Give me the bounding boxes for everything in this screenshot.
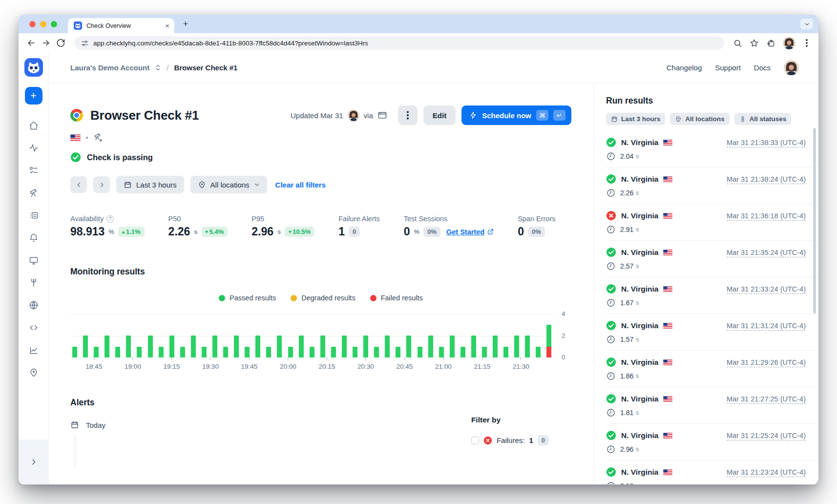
run-result-item[interactable]: N. Virginia Mar 31 21:35:24 (UTC-4) 2.57… xyxy=(606,241,818,277)
next-window-button[interactable] xyxy=(93,176,110,193)
run-result-item[interactable]: N. Virginia Mar 31 21:38:24 (UTC-4) 2.26… xyxy=(606,168,818,204)
tune-icon[interactable] xyxy=(81,40,88,47)
forward-icon[interactable] xyxy=(41,38,51,48)
chart-bar[interactable] xyxy=(180,347,185,357)
checkly-logo[interactable] xyxy=(24,58,43,77)
chart-bar[interactable] xyxy=(115,347,120,357)
chart-bar[interactable] xyxy=(385,336,390,357)
analytics-icon[interactable] xyxy=(29,345,39,355)
chart-bar[interactable] xyxy=(331,347,336,357)
account-switcher[interactable]: Laura's Demo Account xyxy=(70,63,149,72)
chart-bar[interactable] xyxy=(374,347,379,357)
time-range-filter[interactable]: Last 3 hours xyxy=(116,176,184,193)
globe-icon[interactable] xyxy=(29,300,39,310)
zoom-icon[interactable] xyxy=(733,39,742,48)
chart-bar[interactable] xyxy=(310,347,314,357)
chart-bar[interactable] xyxy=(450,336,455,357)
home-icon[interactable] xyxy=(29,121,39,130)
chart-bar[interactable] xyxy=(503,347,508,357)
run-result-item[interactable]: N. Virginia Mar 31 21:29:26 (UTC-4) 1.86… xyxy=(606,351,818,387)
help-icon[interactable]: ? xyxy=(106,215,114,223)
run-result-item[interactable]: N. Virginia Mar 31 21:33:24 (UTC-4) 1.67… xyxy=(606,277,818,314)
chart-bar[interactable] xyxy=(234,336,239,357)
chart-bar[interactable] xyxy=(105,336,109,357)
run-result-item[interactable]: N. Virginia Mar 31 21:36:18 (UTC-4) 2.91… xyxy=(606,204,818,241)
browser-menu-icon[interactable] xyxy=(806,42,808,44)
get-started-link[interactable]: Get Started xyxy=(446,228,494,236)
chart-bar[interactable] xyxy=(418,347,422,357)
tab-strip-chevron-icon[interactable] xyxy=(800,19,813,29)
chart-bar[interactable] xyxy=(471,336,476,357)
bell-icon[interactable] xyxy=(29,233,39,243)
run-result-item[interactable]: N. Virginia Mar 31 21:25:24 (UTC-4) 2.96… xyxy=(606,424,818,461)
chart-bar[interactable] xyxy=(396,347,400,357)
chart-bar[interactable] xyxy=(428,336,433,357)
telescope-icon[interactable] xyxy=(29,188,39,198)
chart-bar[interactable] xyxy=(536,347,541,357)
chart-bar[interactable] xyxy=(148,336,153,357)
chart-bar[interactable] xyxy=(137,347,142,357)
chart-bar[interactable] xyxy=(288,347,293,357)
fullscreen-window-button[interactable] xyxy=(51,21,57,27)
run-filter-locations[interactable]: All locations xyxy=(670,113,729,125)
code-icon[interactable] xyxy=(29,323,39,333)
browser-profile-avatar[interactable] xyxy=(783,37,795,49)
run-filter-time[interactable]: Last 3 hours xyxy=(606,113,665,125)
schedule-now-button[interactable]: Schedule now ⌘ ↵ xyxy=(461,105,571,125)
chart-bar[interactable] xyxy=(406,336,411,357)
create-button[interactable]: + xyxy=(25,87,42,105)
account-switcher-chevrons-icon[interactable] xyxy=(155,64,161,71)
run-timestamp-link[interactable]: Mar 31 21:38:24 (UTC-4) xyxy=(727,175,806,183)
run-result-item[interactable]: N. Virginia Mar 31 21:23:24 (UTC-4) 2.18… xyxy=(606,461,818,484)
clear-filters-link[interactable]: Clear all filters xyxy=(275,181,326,189)
reload-icon[interactable] xyxy=(56,38,65,48)
run-timestamp-link[interactable]: Mar 31 21:33:24 (UTC-4) xyxy=(727,285,806,293)
locations-filter[interactable]: All locations xyxy=(190,176,267,193)
chart-bar[interactable] xyxy=(493,336,498,357)
run-result-item[interactable]: N. Virginia Mar 31 21:31:24 (UTC-4) 1.57… xyxy=(606,314,818,351)
chart-bar[interactable] xyxy=(525,336,530,357)
run-result-item[interactable]: N. Virginia Mar 31 21:38:33 (UTC-4) 2.04… xyxy=(606,131,818,168)
chart-bar[interactable] xyxy=(169,336,174,357)
bookmark-star-icon[interactable] xyxy=(750,39,759,48)
back-icon[interactable] xyxy=(26,38,36,48)
chart-bar[interactable] xyxy=(255,336,260,357)
more-options-button[interactable] xyxy=(398,105,418,125)
chart-bar[interactable] xyxy=(245,347,250,357)
chart-bar[interactable] xyxy=(202,347,207,357)
chart-bar[interactable] xyxy=(266,347,271,357)
chart-bar[interactable] xyxy=(191,336,196,357)
chart-bar[interactable] xyxy=(159,347,164,357)
chart-bar[interactable] xyxy=(482,347,487,357)
close-window-button[interactable] xyxy=(29,21,36,27)
run-list-scrollbar[interactable] xyxy=(813,128,816,314)
checks-icon[interactable] xyxy=(29,166,39,175)
chart-bar[interactable] xyxy=(277,336,282,357)
chart-bar[interactable] xyxy=(94,347,99,357)
activity-icon[interactable] xyxy=(29,143,39,153)
minimize-window-button[interactable] xyxy=(40,21,46,27)
chart-bar[interactable] xyxy=(212,336,217,357)
run-timestamp-link[interactable]: Mar 31 21:38:33 (UTC-4) xyxy=(727,139,806,147)
chart-bar[interactable] xyxy=(514,336,519,357)
run-timestamp-link[interactable]: Mar 31 21:31:24 (UTC-4) xyxy=(727,322,806,330)
chart-bar[interactable] xyxy=(320,336,325,357)
chart-bar[interactable] xyxy=(72,347,77,357)
user-avatar[interactable] xyxy=(784,60,799,75)
chart-bar[interactable] xyxy=(353,347,357,357)
chart-bar[interactable] xyxy=(126,336,131,357)
logs-icon[interactable] xyxy=(29,210,39,220)
run-timestamp-link[interactable]: Mar 31 21:27:25 (UTC-4) xyxy=(727,395,806,403)
run-filter-statuses[interactable]: All statuses xyxy=(734,113,792,125)
extensions-icon[interactable] xyxy=(766,39,775,48)
run-timestamp-link[interactable]: Mar 31 21:23:24 (UTC-4) xyxy=(727,468,806,476)
topnav-link-changelog[interactable]: Changelog xyxy=(667,63,702,72)
run-timestamp-link[interactable]: Mar 31 21:25:24 (UTC-4) xyxy=(727,432,806,440)
chart-bar[interactable] xyxy=(439,347,444,357)
sidebar-collapse[interactable] xyxy=(19,440,48,484)
failures-checkbox[interactable] xyxy=(471,437,479,444)
dashboards-icon[interactable] xyxy=(29,255,39,265)
chart-bar[interactable] xyxy=(363,336,368,357)
run-result-item[interactable]: N. Virginia Mar 31 21:27:25 (UTC-4) 1.81… xyxy=(606,387,818,424)
locations-icon[interactable] xyxy=(29,368,39,378)
